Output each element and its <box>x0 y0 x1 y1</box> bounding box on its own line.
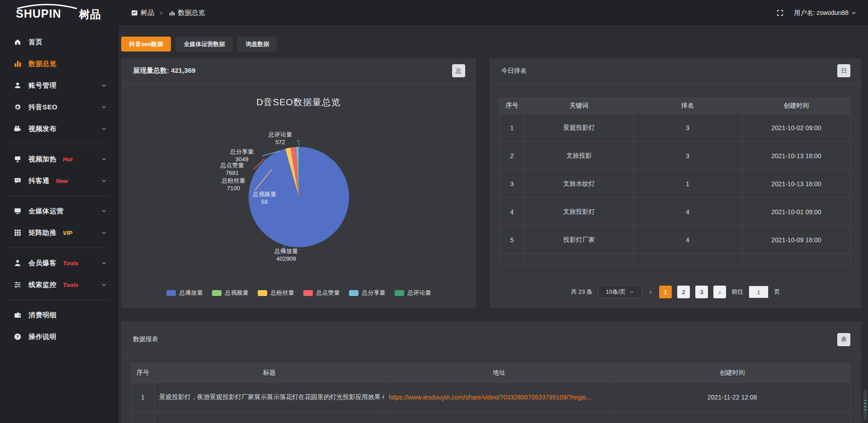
cell-no: 5 <box>500 226 525 254</box>
ranking-panel: 今日排名 日 序号 关键词 排名 创建时间 1 景观投影灯 3 2021-10-… <box>490 58 861 308</box>
legend-item-fans[interactable]: 总粉丝量 <box>258 289 294 297</box>
app-chart-icon <box>131 9 138 16</box>
chat-bubble-icon <box>14 177 22 185</box>
legend-item-plays[interactable]: 总播放量 <box>166 289 203 297</box>
scrollbar-thumb[interactable] <box>863 390 867 420</box>
pie-label-fans: 总粉丝量7100 <box>214 177 253 192</box>
chart-title: D音SEO数据量总览 <box>121 96 476 108</box>
sidebar-item-video-publish[interactable]: 视频发布 <box>0 118 118 140</box>
sidebar-item-label: 账号管理 <box>28 81 57 90</box>
column-header: 标题 <box>155 363 384 383</box>
cell-empty <box>633 254 742 266</box>
sidebar-item-account-management[interactable]: 账号管理 <box>0 75 118 96</box>
legend-item-comments[interactable]: 总评论量 <box>395 289 431 297</box>
sidebar-item-douketong[interactable]: 抖客通 New <box>0 170 118 192</box>
leader-line-comments <box>297 141 299 148</box>
cell-empty <box>614 412 851 423</box>
pagination: 共 23 条 10条/页 ‹ 1 2 3 › 前往 页 <box>490 285 861 299</box>
pie-label-comments: 总评论量572 <box>264 131 296 146</box>
legend-swatch <box>349 290 359 296</box>
cell-keyword: 文旅水纹灯 <box>525 170 633 198</box>
legend-item-likes[interactable]: 总点赞量 <box>303 289 340 297</box>
cell-no: 1 <box>132 383 155 412</box>
monitor-icon <box>14 207 22 215</box>
topbar: SHUPIN 树品 树品 > 数据总览 用户名: zswodun88 <box>0 0 868 26</box>
report-badge-button[interactable]: 表 <box>837 333 850 346</box>
sidebar-item-label: 首页 <box>28 38 42 47</box>
overview-badge-button[interactable]: 总 <box>452 64 465 77</box>
brand-logo[interactable]: SHUPIN 树品 <box>0 3 118 24</box>
cell-empty <box>742 254 851 266</box>
cell-title: 景观投影灯，夜游景观投影灯厂家展示展示落花灯在花园里的灯光投影应用效果 # <box>155 383 384 412</box>
cell-created: 2021-10-13 18:00 <box>742 170 851 198</box>
sidebar-item-matrix-boost[interactable]: 矩阵助推 VIP <box>0 222 118 244</box>
chevron-down-icon <box>101 126 107 132</box>
breadcrumb-app-label: 树品 <box>141 9 154 17</box>
cell-empty <box>384 412 614 423</box>
page-button-3[interactable]: 3 <box>695 286 708 298</box>
chevron-down-icon <box>101 104 107 110</box>
cell-url-link[interactable]: https://www.iesdouyin.com/share/video/70… <box>384 383 614 412</box>
hot-badge: Hot <box>63 156 73 163</box>
sidebar-item-data-overview[interactable]: 数据总览 <box>0 53 118 75</box>
column-header: 地址 <box>384 363 614 383</box>
cell-rank: 3 <box>633 142 742 170</box>
sidebar-divider <box>8 196 110 196</box>
chevron-down-icon <box>101 208 107 214</box>
sidebar-item-label: 抖客通 <box>28 177 50 185</box>
tools-badge: Tools <box>63 260 78 267</box>
tab-inquiry-data[interactable]: 询盘数据 <box>237 37 277 52</box>
sidebar-item-operation-guide[interactable]: ? 操作说明 <box>0 326 118 348</box>
sidebar-item-consumption-detail[interactable]: 消费明细 <box>0 304 118 326</box>
legend-item-shares[interactable]: 总分享量 <box>349 289 386 297</box>
cell-keyword: 文旅投影灯 <box>525 198 633 226</box>
prev-page-button[interactable]: ‹ <box>648 287 654 296</box>
cell-created: 2021-10-02 09:00 <box>742 114 851 142</box>
ranking-badge-button[interactable]: 日 <box>837 64 850 77</box>
brand-cjk: 树品 <box>79 8 101 20</box>
tab-media-operation-data[interactable]: 全媒体运营数据 <box>175 37 233 52</box>
chevron-down-icon <box>101 83 107 88</box>
sidebar-divider <box>8 300 110 300</box>
pie-label-videos: 总视频量58 <box>246 190 283 206</box>
sidebar-item-label: 全媒体运营 <box>28 207 64 216</box>
sidebar-item-label: 消费明细 <box>28 311 57 320</box>
cell-no: 3 <box>500 170 525 198</box>
main-content: 抖音seo数据 全媒体运营数据 询盘数据 展现量总数: 421,369 总 D音… <box>118 26 868 423</box>
tab-douyin-seo-data[interactable]: 抖音seo数据 <box>121 37 171 52</box>
user-menu[interactable]: 用户名: zswodun88 <box>794 9 856 17</box>
next-page-button[interactable]: › <box>713 286 726 298</box>
cell-created: 2021-10-13 18:00 <box>742 142 851 170</box>
person-icon <box>14 259 22 267</box>
page-size-select[interactable]: 10条/页 <box>598 285 642 299</box>
ranking-title: 今日排名 <box>501 67 527 75</box>
breadcrumb-app[interactable]: 树品 <box>131 9 154 17</box>
gear-icon <box>14 103 22 111</box>
sidebar-item-douyin-seo[interactable]: 抖音SEO <box>0 96 118 118</box>
sidebar-item-media-operation[interactable]: 全媒体运营 <box>0 200 118 222</box>
fullscreen-icon[interactable] <box>776 9 784 17</box>
chevron-down-icon <box>101 156 107 162</box>
page-button-2[interactable]: 2 <box>677 286 690 298</box>
chevron-down-icon <box>101 230 107 235</box>
sidebar-item-member-baoke[interactable]: 会员爆客 Tools <box>0 252 118 274</box>
sidebar-divider <box>8 248 110 248</box>
sidebar-item-label: 矩阵助推 <box>28 229 57 237</box>
svg-text:?: ? <box>16 334 19 339</box>
cell-keyword: 景观投影灯 <box>525 114 633 142</box>
cell-rank: 4 <box>633 226 742 254</box>
legend-item-videos[interactable]: 总视频量 <box>212 289 249 297</box>
chevron-down-icon <box>101 178 107 183</box>
chart-legend: 总播放量 总视频量 总粉丝量 总点赞量 总分享量 总评论量 <box>121 289 476 297</box>
chevron-down-icon <box>851 10 856 15</box>
sidebar-item-home[interactable]: 首页 <box>0 31 118 53</box>
goto-label: 前往 <box>731 288 743 296</box>
sidebar-item-video-heat[interactable]: 视频加热 Hot <box>0 148 118 170</box>
bar-chart-icon <box>169 9 175 16</box>
sidebar-item-clue-monitor[interactable]: 线索监控 Tools <box>0 274 118 296</box>
page-button-1[interactable]: 1 <box>659 286 672 298</box>
wallet-icon <box>14 311 22 319</box>
goto-page-input[interactable] <box>749 286 769 298</box>
cell-rank: 1 <box>633 170 742 198</box>
overview-panel: 展现量总数: 421,369 总 D音SEO数据量总览 总评论量572 总分享量… <box>121 58 476 308</box>
